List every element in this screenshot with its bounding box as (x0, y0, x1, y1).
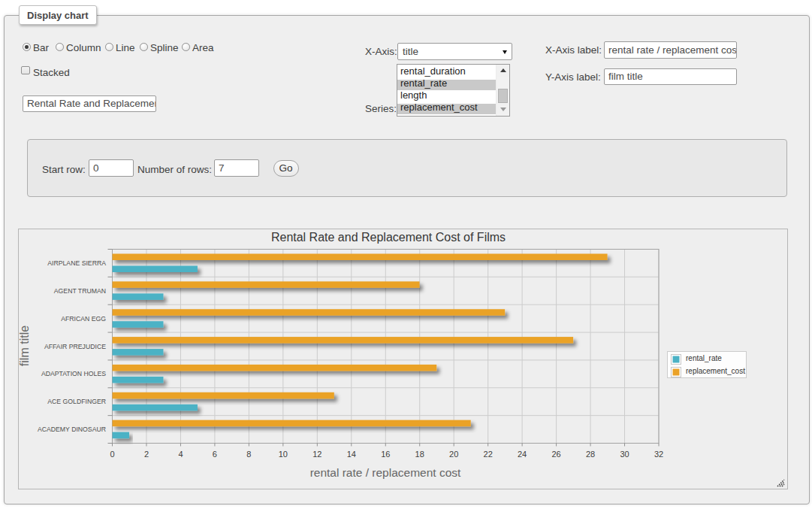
svg-text:8: 8 (246, 450, 251, 459)
svg-text:2: 2 (144, 450, 149, 459)
svg-text:18: 18 (415, 450, 424, 459)
svg-text:rental_rate: rental_rate (686, 354, 722, 362)
svg-text:0: 0 (110, 450, 114, 459)
svg-text:6: 6 (213, 450, 217, 459)
svg-text:AIRPLANE SIERRA: AIRPLANE SIERRA (47, 259, 106, 267)
svg-text:24: 24 (518, 450, 527, 459)
svg-text:14: 14 (347, 450, 356, 459)
svg-text:film title: film title (18, 326, 31, 366)
svg-text:rental rate / replacement cost: rental rate / replacement cost (310, 466, 461, 479)
svg-text:26: 26 (551, 450, 560, 459)
svg-text:30: 30 (620, 450, 629, 459)
svg-text:16: 16 (381, 450, 390, 459)
svg-text:Rental Rate and Replacement Co: Rental Rate and Replacement Cost of Film… (271, 231, 506, 244)
svg-text:ADAPTATION HOLES: ADAPTATION HOLES (41, 370, 106, 377)
svg-text:12: 12 (312, 450, 321, 459)
svg-text:ACADEMY DINOSAUR: ACADEMY DINOSAUR (38, 426, 106, 433)
svg-text:AFRICAN EGG: AFRICAN EGG (61, 315, 106, 323)
svg-text:AFFAIR PREJUDICE: AFFAIR PREJUDICE (44, 343, 106, 350)
svg-text:32: 32 (654, 450, 663, 459)
svg-text:AGENT TRUMAN: AGENT TRUMAN (54, 287, 106, 295)
svg-text:22: 22 (484, 450, 493, 459)
svg-text:ACE GOLDFINGER: ACE GOLDFINGER (47, 398, 106, 405)
svg-text:20: 20 (449, 450, 458, 459)
svg-text:replacement_cost: replacement_cost (686, 367, 745, 375)
svg-text:4: 4 (178, 450, 183, 459)
svg-text:28: 28 (586, 450, 595, 459)
svg-text:10: 10 (279, 450, 288, 459)
